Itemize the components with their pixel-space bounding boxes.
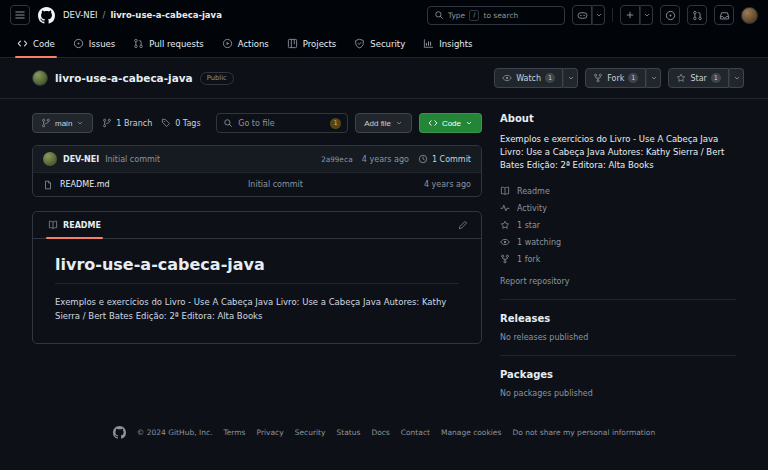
add-file-button[interactable]: Add file [355, 113, 412, 133]
commit-hash-link[interactable]: 2a99eca [321, 155, 353, 164]
tab-actions[interactable]: Actions [213, 30, 278, 57]
releases-section: Releases No releases published [500, 299, 736, 342]
copilot-dropdown-button[interactable] [592, 5, 605, 25]
footer-copyright: © 2024 GitHub, Inc. [137, 428, 213, 437]
watch-count: 1 [545, 73, 555, 83]
footer-link-privacy[interactable]: Privacy [257, 428, 284, 437]
branches-count-label: 1 Branch [116, 119, 152, 128]
footer-link-contact[interactable]: Contact [401, 428, 430, 437]
github-mark-icon [38, 7, 55, 24]
tags-link[interactable]: 0 Tags [161, 118, 200, 128]
git-pull-request-icon [692, 10, 703, 21]
branches-link[interactable]: 1 Branch [102, 118, 152, 128]
go-to-file-input[interactable]: Go to file 1 [216, 113, 348, 133]
fork-dropdown-button[interactable] [646, 68, 661, 88]
create-new-button-group [620, 5, 653, 25]
tab-security[interactable]: Security [345, 30, 414, 57]
breadcrumb-repo[interactable]: livro-use-a-cabeca-java [110, 10, 221, 20]
tab-code[interactable]: Code [8, 30, 64, 57]
file-name-link[interactable]: README.md [60, 180, 110, 189]
commit-author-avatar[interactable] [43, 152, 57, 166]
footer-link-security[interactable]: Security [295, 428, 326, 437]
file-name-cell: README.md [43, 180, 248, 190]
sidebar-item-forks[interactable]: 1 fork [500, 252, 736, 267]
hamburger-menu-button[interactable] [10, 5, 30, 25]
fork-button[interactable]: Fork 1 [585, 68, 646, 88]
code-icon [17, 38, 28, 49]
issue-opened-icon [665, 10, 676, 21]
tab-pull-requests[interactable]: Pull requests [124, 30, 213, 57]
branch-selector[interactable]: main [32, 113, 93, 133]
chevron-down-icon [465, 119, 473, 127]
about-description: Exemplos e exercícios do Livro - Use A C… [500, 133, 736, 173]
shield-icon [354, 38, 365, 49]
breadcrumb-owner[interactable]: DEV-NEI [63, 10, 98, 20]
global-search-input[interactable]: Type / to search [427, 6, 565, 25]
footer-link-terms[interactable]: Terms [223, 428, 245, 437]
tab-insights[interactable]: Insights [414, 30, 481, 57]
breadcrumb-separator: / [103, 10, 106, 20]
footer-link-manage-cookies[interactable]: Manage cookies [441, 428, 501, 437]
sidebar-item-readme[interactable]: Readme [500, 184, 736, 199]
watch-button[interactable]: Watch 1 [494, 68, 563, 88]
footer-link-docs[interactable]: Docs [371, 428, 389, 437]
copilot-button[interactable] [572, 5, 592, 25]
search-icon [434, 10, 444, 20]
sidebar-item-label: 1 star [517, 221, 540, 230]
sidebar-item-watching[interactable]: 1 watching [500, 235, 736, 250]
code-button-label: Code [442, 119, 461, 128]
copilot-button-group [572, 5, 605, 25]
tab-issues[interactable]: Issues [64, 30, 124, 57]
sidebar-item-stars[interactable]: 1 star [500, 218, 736, 233]
packages-title: Packages [500, 369, 736, 380]
github-logo[interactable] [38, 7, 55, 24]
fork-button-group: Fork 1 [585, 68, 661, 88]
file-commit-message[interactable]: Initial commit [248, 180, 424, 189]
footer-link-status[interactable]: Status [336, 428, 360, 437]
star-label: Star [690, 74, 706, 83]
sidebar-item-activity[interactable]: Activity [500, 201, 736, 216]
issues-header-button[interactable] [660, 5, 680, 25]
chevron-down-icon [733, 74, 741, 82]
notifications-inbox-button[interactable] [714, 5, 734, 25]
create-new-dropdown-button[interactable] [640, 5, 653, 25]
readme-tab[interactable]: README [43, 212, 106, 238]
three-bars-icon [14, 9, 26, 21]
packages-empty-text: No packages published [500, 389, 736, 398]
latest-commit-bar: DEV-NEI Initial commit 2a99eca 4 years a… [33, 146, 481, 172]
chevron-down-icon [76, 119, 84, 127]
commit-time: 4 years ago [362, 155, 409, 164]
issue-opened-icon [73, 38, 84, 49]
page-footer: © 2024 GitHub, Inc. Terms Privacy Securi… [0, 426, 768, 449]
edit-readme-button[interactable] [455, 217, 471, 233]
repo-nav: Code Issues Pull requests Actions Projec… [0, 30, 768, 58]
tab-projects[interactable]: Projects [278, 30, 346, 57]
git-pull-request-icon [133, 38, 144, 49]
global-header: DEV-NEI / livro-use-a-cabeca-java Type /… [0, 0, 768, 30]
header-divider [612, 8, 613, 22]
watch-dropdown-button[interactable] [563, 68, 578, 88]
watch-label: Watch [516, 74, 541, 83]
repo-title-link[interactable]: livro-use-a-cabeca-java [55, 72, 193, 84]
user-avatar[interactable] [741, 7, 758, 24]
star-button[interactable]: Star 1 [668, 68, 729, 88]
table-icon [287, 38, 298, 49]
pencil-icon [458, 220, 468, 230]
add-file-label: Add file [364, 119, 391, 128]
pull-requests-header-button[interactable] [687, 5, 707, 25]
create-new-button[interactable] [620, 5, 640, 25]
code-button[interactable]: Code [419, 113, 482, 133]
file-row[interactable]: README.md Initial commit 4 years ago [33, 172, 481, 196]
repo-title-group: livro-use-a-cabeca-java Public [32, 70, 234, 86]
commit-message-link[interactable]: Initial commit [105, 155, 160, 164]
toolbar-right: Go to file 1 Add file Code [216, 113, 482, 133]
commit-author-link[interactable]: DEV-NEI [63, 155, 99, 164]
footer-link-do-not-share[interactable]: Do not share my personal information [512, 428, 655, 437]
branch-name: main [55, 119, 72, 128]
repo-header: livro-use-a-cabeca-java Public Watch 1 F… [0, 58, 768, 99]
commit-history-link[interactable]: 1 Commit [418, 154, 471, 164]
search-placeholder-prefix: Type [448, 11, 465, 20]
search-icon [223, 118, 233, 128]
star-dropdown-button[interactable] [729, 68, 744, 88]
report-repository-link[interactable]: Report repository [500, 277, 570, 286]
